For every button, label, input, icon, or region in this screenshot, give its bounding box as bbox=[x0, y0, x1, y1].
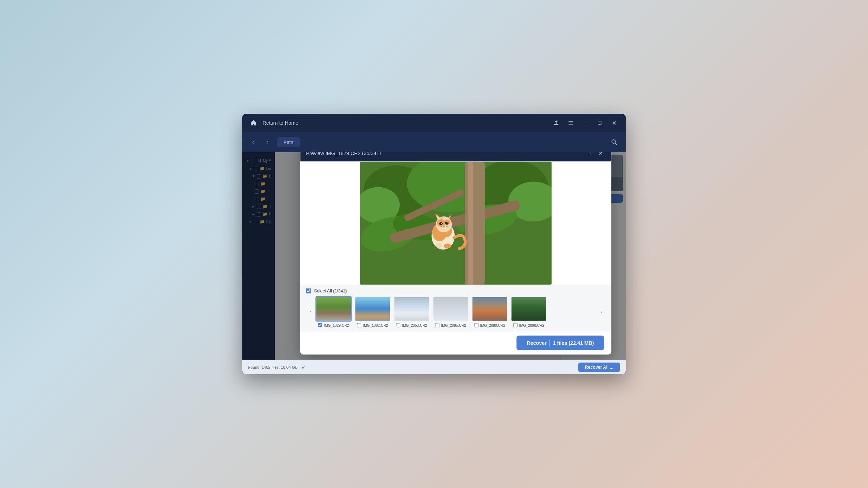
recover-row: Recover 1 files (22.41 MB) bbox=[300, 331, 611, 355]
thumbnail-filename: IMG_2089.CR2 bbox=[480, 323, 505, 327]
thumbnail-checkbox[interactable] bbox=[435, 323, 439, 328]
thumb-prev-btn[interactable]: ‹ bbox=[306, 308, 315, 316]
recover-count: 1 files (22.41 MB) bbox=[553, 340, 594, 346]
thumbnail-strip: Select All (1/341) ‹ IMG_1829.CR2IMG_188… bbox=[300, 285, 611, 331]
thumbnail-item[interactable]: IMG_2098.CR2 bbox=[511, 296, 547, 328]
select-all-checkbox[interactable] bbox=[306, 288, 311, 294]
svg-rect-20 bbox=[468, 162, 473, 284]
thumbnail-image bbox=[511, 296, 547, 322]
thumbnail-filename: IMG_2098.CR2 bbox=[519, 323, 544, 327]
thumbnail-image bbox=[354, 296, 391, 322]
preview-modal: Preview IMG_1829.CR2 (35/341) □ ✕ bbox=[300, 152, 611, 355]
thumbnail-label-row: IMG_2098.CR2 bbox=[513, 323, 544, 328]
thumbnail-filename: IMG_2085.CR2 bbox=[441, 323, 466, 327]
svg-point-41 bbox=[435, 243, 442, 248]
thumbnail-label-row: IMG_1829.CR2 bbox=[318, 323, 349, 328]
modal-title: Preview IMG_1829.CR2 (35/341) bbox=[306, 152, 381, 156]
modal-header: Preview IMG_1829.CR2 (35/341) □ ✕ bbox=[300, 152, 611, 162]
path-button[interactable]: Path bbox=[277, 137, 300, 147]
thumbnail-label-row: IMG_2053.CR2 bbox=[396, 323, 427, 328]
maximize-btn[interactable]: □ bbox=[594, 117, 605, 129]
title-bar-actions: ─ □ ✕ bbox=[550, 117, 620, 129]
recover-all-button[interactable]: Recover All ... bbox=[578, 363, 620, 372]
modal-close-btn[interactable]: ✕ bbox=[596, 152, 605, 158]
thumbnail-checkbox[interactable] bbox=[357, 323, 361, 328]
svg-rect-2 bbox=[569, 123, 573, 124]
thumb-next-btn[interactable]: › bbox=[597, 308, 605, 316]
svg-point-35 bbox=[447, 222, 448, 223]
back-button[interactable]: ‹ bbox=[248, 137, 258, 147]
close-btn[interactable]: ✕ bbox=[608, 117, 620, 129]
thumbnail-checkbox[interactable] bbox=[513, 323, 518, 328]
svg-point-34 bbox=[441, 223, 442, 224]
thumbnail-image bbox=[315, 296, 352, 322]
title-bar: Return to Home ─ □ ✕ bbox=[242, 114, 626, 132]
thumbnail-label-row: IMG_2089.CR2 bbox=[474, 323, 505, 328]
recover-button[interactable]: Recover 1 files (22.41 MB) bbox=[516, 336, 604, 350]
thumbnail-checkbox[interactable] bbox=[474, 323, 478, 328]
svg-rect-3 bbox=[569, 124, 573, 125]
thumbs-container: IMG_1829.CR2IMG_1882.CR2IMG_2053.CR2IMG_… bbox=[315, 296, 596, 328]
upload-btn[interactable] bbox=[550, 117, 562, 129]
thumbnail-item[interactable]: IMG_2089.CR2 bbox=[472, 296, 508, 328]
select-all-label: Select All (1/341) bbox=[314, 288, 347, 294]
thumbnail-filename: IMG_1882.CR2 bbox=[363, 323, 388, 327]
recover-label: Recover bbox=[527, 340, 546, 346]
search-button[interactable] bbox=[608, 136, 620, 148]
thumbnail-image bbox=[472, 296, 508, 322]
modal-image-area bbox=[300, 162, 611, 285]
forward-button[interactable]: › bbox=[263, 137, 273, 147]
status-ok-icon: ✓ bbox=[301, 364, 306, 371]
thumbnails-row: ‹ IMG_1829.CR2IMG_1882.CR2IMG_2053.CR2IM… bbox=[306, 296, 605, 328]
minimize-btn[interactable]: ─ bbox=[579, 117, 591, 129]
svg-line-5 bbox=[615, 143, 617, 145]
nav-bar: ‹ › Path bbox=[242, 132, 626, 152]
thumbnail-label-row: IMG_1882.CR2 bbox=[357, 323, 388, 328]
svg-point-4 bbox=[612, 140, 616, 144]
menu-btn[interactable] bbox=[565, 117, 576, 129]
app-window: Return to Home ─ □ ✕ ‹ › P bbox=[242, 114, 626, 374]
thumbnail-image bbox=[393, 296, 430, 322]
thumbnail-item[interactable]: IMG_2053.CR2 bbox=[393, 296, 430, 328]
modal-overlay: Preview IMG_1829.CR2 (35/341) □ ✕ bbox=[242, 152, 626, 360]
recover-divider bbox=[550, 339, 550, 347]
thumbnail-item[interactable]: IMG_1829.CR2 bbox=[315, 296, 352, 328]
modal-maximize-btn[interactable]: □ bbox=[584, 152, 594, 158]
app-title: Return to Home bbox=[263, 120, 298, 126]
title-bar-left: Return to Home bbox=[248, 117, 546, 128]
thumbnail-checkbox[interactable] bbox=[318, 323, 322, 328]
svg-rect-0 bbox=[554, 124, 558, 125]
status-bar: Found: 1402 files, 18.04 GB ✓ Recover Al… bbox=[242, 360, 626, 374]
home-icon[interactable] bbox=[248, 117, 259, 128]
thumbnail-filename: IMG_2053.CR2 bbox=[402, 323, 427, 327]
svg-point-42 bbox=[444, 243, 451, 248]
main-preview-image bbox=[360, 162, 552, 284]
content-area: ▼ 🖥 My P... ▼ 📁 Los... ▼ 📂 D... 📁 bbox=[242, 152, 626, 360]
svg-rect-1 bbox=[569, 121, 573, 122]
modal-actions: □ ✕ bbox=[584, 152, 605, 158]
thumbnail-item[interactable]: IMG_1882.CR2 bbox=[354, 296, 391, 328]
status-text: Found: 1402 files, 18.04 GB bbox=[248, 365, 298, 369]
thumbnail-filename: IMG_1829.CR2 bbox=[324, 323, 349, 327]
thumbnail-label-row: IMG_2085.CR2 bbox=[435, 323, 466, 328]
select-all-row: Select All (1/341) bbox=[306, 288, 605, 294]
thumbnail-image bbox=[433, 296, 469, 322]
thumbnail-checkbox[interactable] bbox=[396, 323, 400, 328]
thumbnail-item[interactable]: IMG_2085.CR2 bbox=[433, 296, 469, 328]
